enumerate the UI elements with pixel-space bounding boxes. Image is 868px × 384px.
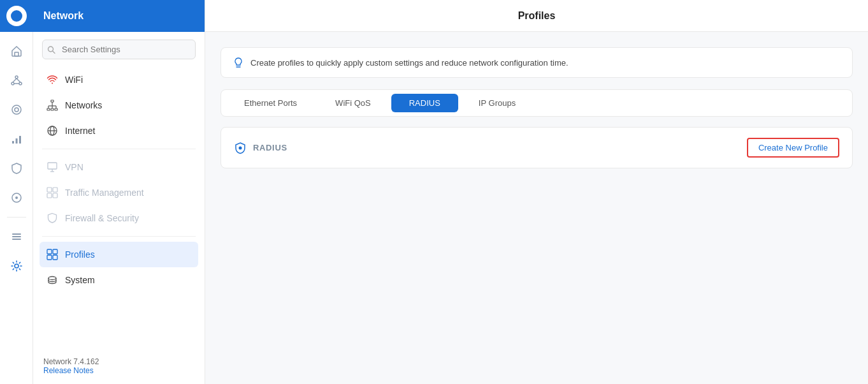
sidebar-divider-1	[42, 149, 196, 149]
svg-point-7	[12, 105, 21, 114]
svg-rect-35	[47, 188, 52, 192]
sidebar-item-vpn: VPN	[40, 154, 198, 180]
sidebar-divider-2	[42, 236, 196, 237]
sidebar-item-traffic-label: Traffic Management	[65, 188, 144, 198]
tab-ethernet-ports[interactable]: Ethernet Ports	[226, 94, 315, 112]
svg-line-19	[53, 51, 55, 54]
svg-line-4	[13, 78, 17, 82]
version-text: Network 7.4.162	[43, 357, 194, 366]
wifi-icon	[46, 73, 59, 86]
globe-icon	[46, 124, 59, 137]
svg-rect-9	[12, 141, 14, 144]
icon-nav	[0, 0, 33, 384]
circle-dot-icon[interactable]	[4, 185, 29, 210]
sidebar-item-system[interactable]: System	[40, 267, 198, 293]
sidebar-item-networks[interactable]: Networks	[40, 92, 198, 118]
sidebar-header: Network	[33, 0, 205, 32]
sidebar-main-section: WiFi Networks	[33, 67, 205, 144]
main-topbar: Profiles	[205, 0, 868, 32]
target-icon[interactable]	[4, 97, 29, 122]
sidebar: Network WiFi	[33, 0, 205, 384]
svg-rect-11	[19, 136, 21, 144]
search-input[interactable]	[42, 40, 196, 59]
monitor-icon	[46, 161, 59, 174]
svg-rect-15	[12, 236, 21, 237]
svg-point-1	[15, 76, 18, 78]
radius-label: RADIUS	[234, 142, 287, 154]
svg-rect-38	[53, 193, 57, 198]
sidebar-item-traffic: Traffic Management	[40, 180, 198, 205]
svg-rect-32	[48, 163, 57, 169]
svg-rect-16	[12, 239, 21, 240]
sidebar-item-wifi[interactable]: WiFi	[40, 67, 198, 92]
tabs-row: Ethernet Ports WiFi QoS RADIUS IP Groups	[221, 89, 853, 117]
sidebar-item-system-label: System	[65, 275, 95, 285]
svg-rect-10	[15, 138, 17, 144]
sidebar-item-internet[interactable]: Internet	[40, 118, 198, 144]
radius-panel: RADIUS Create New Profile	[221, 127, 853, 168]
svg-point-2	[11, 82, 14, 85]
shield-small-icon	[46, 212, 59, 225]
svg-rect-22	[51, 108, 54, 110]
svg-point-13	[15, 196, 18, 199]
svg-rect-42	[53, 255, 57, 260]
svg-rect-36	[53, 188, 57, 192]
svg-rect-21	[47, 108, 50, 110]
sidebar-item-firewall-label: Firewall & Security	[65, 213, 139, 223]
svg-point-8	[15, 108, 18, 112]
info-text: Create profiles to quickly apply custom …	[250, 58, 568, 68]
svg-rect-39	[47, 249, 52, 254]
sidebar-item-wifi-label: WiFi	[65, 75, 83, 85]
main-content: Profiles Create profiles to quickly appl…	[205, 0, 868, 384]
sidebar-lower-section: VPN Traffic Management Firewall & Secur	[33, 154, 205, 231]
release-notes-link[interactable]: Release Notes	[43, 366, 94, 375]
sidebar-bottom-section: Profiles System	[33, 242, 205, 293]
radius-icon	[234, 142, 247, 154]
page-title: Profiles	[518, 10, 556, 22]
svg-point-45	[239, 146, 242, 149]
sidebar-item-internet-label: Internet	[65, 126, 95, 136]
gear-icon[interactable]	[4, 253, 29, 279]
svg-point-3	[19, 82, 22, 85]
shield-nav-icon[interactable]	[4, 156, 29, 181]
svg-rect-23	[55, 108, 57, 110]
sidebar-title: Network	[43, 10, 83, 22]
svg-point-17	[15, 264, 18, 268]
sidebar-item-profiles[interactable]: Profiles	[40, 242, 198, 267]
svg-rect-14	[12, 233, 21, 235]
sidebar-search-wrap	[33, 32, 205, 67]
svg-rect-20	[51, 100, 54, 102]
topology-icon[interactable]	[4, 68, 29, 93]
traffic-icon	[46, 186, 59, 199]
svg-point-43	[48, 277, 56, 280]
sidebar-item-firewall: Firewall & Security	[40, 205, 198, 231]
system-icon	[46, 274, 59, 286]
radius-section-label: RADIUS	[253, 143, 287, 152]
svg-rect-0	[15, 52, 18, 56]
profiles-icon	[46, 248, 59, 261]
tab-ip-groups[interactable]: IP Groups	[461, 94, 533, 112]
sidebar-item-networks-label: Networks	[65, 100, 102, 110]
app-logo[interactable]	[0, 0, 33, 32]
main-body: Create profiles to quickly apply custom …	[205, 32, 868, 384]
sidebar-item-vpn-label: VPN	[65, 162, 83, 172]
home-icon[interactable]	[4, 38, 29, 64]
lightbulb-icon	[233, 57, 244, 68]
create-new-profile-button[interactable]: Create New Profile	[747, 138, 839, 158]
info-banner: Create profiles to quickly apply custom …	[221, 47, 853, 78]
tab-wifi-qos[interactable]: WiFi QoS	[317, 94, 389, 112]
svg-rect-40	[53, 249, 57, 254]
svg-rect-41	[47, 255, 52, 260]
chart-icon[interactable]	[4, 126, 29, 152]
sidebar-footer: Network 7.4.162 Release Notes	[33, 348, 205, 384]
sidebar-item-profiles-label: Profiles	[65, 249, 95, 260]
icon-nav-items	[4, 32, 29, 384]
tab-radius[interactable]: RADIUS	[391, 94, 458, 112]
svg-rect-37	[47, 193, 52, 198]
networks-icon	[46, 99, 59, 112]
search-icon	[47, 45, 55, 54]
svg-line-5	[17, 78, 20, 82]
list-icon[interactable]	[4, 224, 29, 249]
